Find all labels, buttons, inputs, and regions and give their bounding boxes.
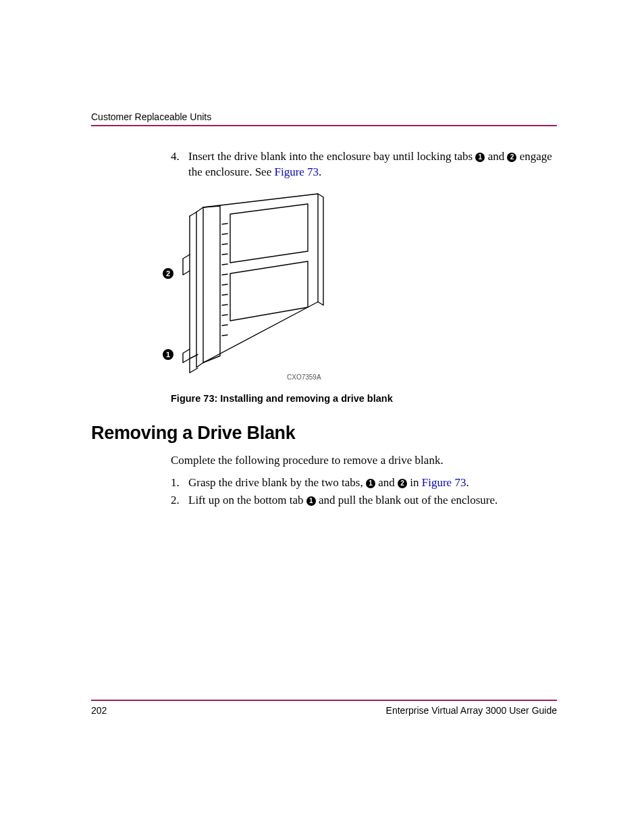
svg-line-6 xyxy=(222,244,227,244)
running-header: Customer Replaceable Units xyxy=(91,111,557,122)
footer-rule xyxy=(91,700,557,701)
figure-caption: Figure 73: Installing and removing a dri… xyxy=(171,393,557,404)
page-number: 202 xyxy=(91,705,107,716)
section-heading: Removing a Drive Blank xyxy=(91,423,557,444)
svg-line-11 xyxy=(222,294,227,295)
list-item: 2. Lift up on the bottom tab 1 and pull … xyxy=(171,492,557,509)
svg-marker-2 xyxy=(230,204,308,263)
text: in xyxy=(407,476,422,489)
callout-1-icon: 1 xyxy=(366,479,375,488)
svg-marker-3 xyxy=(230,261,308,321)
text: Lift up on the bottom tab xyxy=(188,494,306,506)
callout-1-icon: 1 xyxy=(163,349,173,360)
text: . xyxy=(319,165,321,178)
text: . xyxy=(466,476,468,489)
svg-line-7 xyxy=(222,254,227,255)
text: Grasp the drive blank by the two tabs, xyxy=(188,476,366,489)
svg-line-12 xyxy=(222,305,227,305)
figure-73-illustration: 2 1 xyxy=(163,187,338,383)
callout-2-icon: 2 xyxy=(398,479,407,488)
text: and xyxy=(485,150,507,163)
step-text: Grasp the drive blank by the two tabs, 1… xyxy=(188,474,469,492)
svg-line-13 xyxy=(222,315,227,315)
step-4: 4. Insert the drive blank into the enclo… xyxy=(171,149,557,180)
figure-link[interactable]: Figure 73 xyxy=(422,476,466,489)
text: and xyxy=(375,476,398,489)
text: and pull the blank out of the enclosure. xyxy=(316,494,498,506)
callout-2-icon: 2 xyxy=(163,268,173,279)
intro-paragraph: Complete the following procedure to remo… xyxy=(171,453,557,469)
svg-line-4 xyxy=(222,224,227,224)
callout-2-icon: 2 xyxy=(507,153,516,162)
step-text: Lift up on the bottom tab 1 and pull the… xyxy=(188,492,498,509)
svg-line-15 xyxy=(222,335,227,336)
svg-line-10 xyxy=(222,284,227,285)
callout-1-icon: 1 xyxy=(475,153,485,162)
text: Insert the drive blank into the enclosur… xyxy=(188,150,475,163)
svg-line-14 xyxy=(222,325,227,325)
step-number: 2. xyxy=(171,492,188,509)
step-number: 4. xyxy=(171,149,188,180)
svg-line-9 xyxy=(222,274,227,275)
list-item: 1. Grasp the drive blank by the two tabs… xyxy=(171,474,557,492)
svg-line-1 xyxy=(190,212,196,216)
svg-line-5 xyxy=(222,234,227,234)
drive-blank-icon xyxy=(163,187,338,383)
header-rule xyxy=(91,125,557,126)
step-text: Insert the drive blank into the enclosur… xyxy=(188,149,557,180)
procedure-list: 1. Grasp the drive blank by the two tabs… xyxy=(171,474,557,510)
step-number: 1. xyxy=(171,474,188,492)
figure-link[interactable]: Figure 73 xyxy=(274,165,319,178)
callout-1-icon: 1 xyxy=(306,496,316,506)
document-title: Enterprise Virtual Array 3000 User Guide xyxy=(386,705,557,716)
svg-line-8 xyxy=(222,264,227,265)
page-footer: 202 Enterprise Virtual Array 3000 User G… xyxy=(91,700,557,716)
